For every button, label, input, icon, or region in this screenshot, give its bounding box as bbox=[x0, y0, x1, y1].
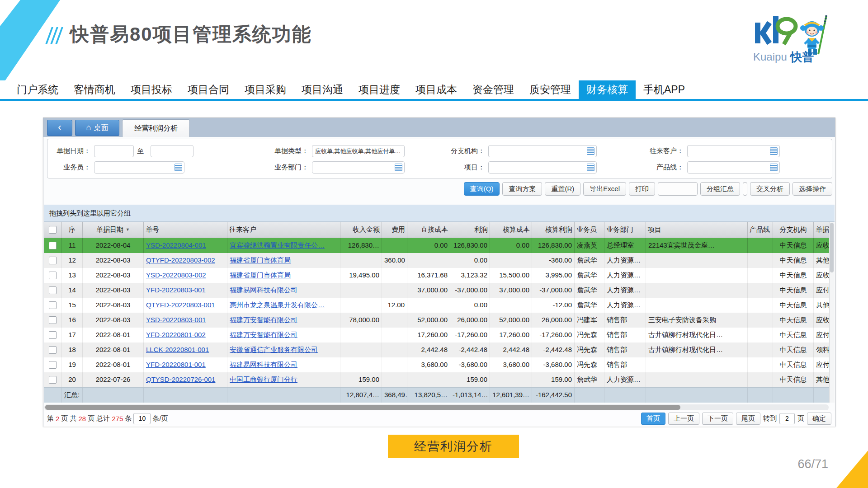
group-by-bar[interactable]: 拖拽列头到这里以用它分组 bbox=[44, 205, 835, 222]
row-checkbox[interactable] bbox=[49, 346, 57, 354]
filter-input[interactable] bbox=[687, 161, 780, 174]
col-header-profit[interactable]: 利润 bbox=[450, 222, 490, 238]
horizontal-scrollbar-thumb[interactable] bbox=[45, 405, 680, 410]
filter-input[interactable] bbox=[312, 161, 405, 174]
table-row[interactable]: 132022-08-03YSD-20220803-002福建省厦门市体育局19,… bbox=[44, 268, 830, 283]
row-checkbox[interactable] bbox=[49, 361, 57, 369]
query-plan-button[interactable]: 查询方案 bbox=[502, 182, 542, 196]
col-header-fee[interactable]: 费用 bbox=[382, 222, 407, 238]
filter-input[interactable] bbox=[312, 145, 405, 157]
table-row[interactable]: 112022-08-04YSD-20220804-001宜宾骏继洪骝置业有限责任… bbox=[44, 238, 830, 253]
list-picker-icon[interactable] bbox=[770, 147, 778, 155]
nav-item-9[interactable]: 资金管理 bbox=[465, 80, 522, 99]
customer-link[interactable]: 安徽省通信产业服务有限公司 bbox=[230, 343, 338, 357]
docno-link[interactable]: QTYSD-20220726-001 bbox=[146, 372, 225, 387]
first-page-button[interactable]: 首页 bbox=[641, 413, 665, 425]
reset-button[interactable]: 重置(R) bbox=[545, 182, 580, 196]
customer-link[interactable]: 惠州市龙之泉温泉开发有限公… bbox=[230, 298, 338, 312]
nav-item-1[interactable]: 门户系统 bbox=[9, 80, 66, 99]
list-picker-icon[interactable] bbox=[175, 164, 182, 171]
col-header-date[interactable]: 单据日期▼ bbox=[83, 222, 144, 238]
customer-link[interactable]: 福建万安智能有限公司 bbox=[230, 313, 338, 327]
customer-link[interactable]: 福建省厦门市体育局 bbox=[230, 268, 338, 282]
nav-item-3[interactable]: 项目投标 bbox=[123, 80, 180, 99]
customer-link[interactable]: 福建万安智能有限公司 bbox=[230, 328, 338, 342]
toolbar-separator[interactable] bbox=[743, 182, 747, 196]
col-header-income[interactable]: 收入金额 bbox=[340, 222, 382, 238]
table-row[interactable]: 142022-08-03YFD-20220803-001福建易网科技有限公司37… bbox=[44, 283, 830, 298]
col-header-dept[interactable]: 业务部门 bbox=[604, 222, 646, 238]
filter-input[interactable] bbox=[687, 145, 780, 157]
select-all-checkbox[interactable] bbox=[49, 226, 57, 234]
back-button[interactable]: ‹ bbox=[47, 120, 72, 136]
col-header-docno[interactable]: 单号 bbox=[144, 222, 227, 238]
table-row[interactable]: 192022-08-01YFD-20220801-001福建易网科技有限公司3,… bbox=[44, 357, 830, 372]
customer-link[interactable]: 福建省厦门市体育局 bbox=[230, 253, 338, 267]
group-summary-button[interactable]: 分组汇总 bbox=[700, 182, 740, 196]
page-size-input[interactable] bbox=[133, 413, 151, 424]
confirm-button[interactable]: 确定 bbox=[807, 413, 831, 425]
nav-item-8[interactable]: 项目成本 bbox=[408, 80, 465, 99]
row-checkbox[interactable] bbox=[49, 316, 57, 324]
customer-link[interactable]: 福建易网科技有限公司 bbox=[230, 283, 338, 297]
tab-profit-analysis[interactable]: 经营利润分析 bbox=[122, 119, 190, 137]
filter-input[interactable] bbox=[94, 145, 134, 157]
col-header-acct_cost[interactable]: 核算成本 bbox=[490, 222, 532, 238]
nav-item-12[interactable]: 手机APP bbox=[636, 80, 693, 99]
filter-input[interactable] bbox=[151, 145, 193, 157]
table-row[interactable]: 172022-08-01YFD-20220801-002福建万安智能有限公司17… bbox=[44, 328, 830, 343]
list-picker-icon[interactable] bbox=[587, 164, 594, 171]
list-picker-icon[interactable] bbox=[770, 164, 778, 171]
docno-link[interactable]: QTYFD-20220803-001 bbox=[146, 298, 225, 312]
nav-item-11[interactable]: 财务核算 bbox=[579, 80, 636, 99]
docno-link[interactable]: YSD-20220803-002 bbox=[146, 268, 225, 282]
row-checkbox[interactable] bbox=[49, 286, 57, 294]
table-row[interactable]: 122022-08-03QTYFD-20220803-002福建省厦门市体育局3… bbox=[44, 253, 830, 268]
row-checkbox[interactable] bbox=[49, 331, 57, 339]
export-excel-button[interactable]: 导出Excel bbox=[583, 182, 626, 196]
table-row[interactable]: 162022-08-03YSD-20220803-001福建万安智能有限公司78… bbox=[44, 313, 830, 328]
row-checkbox[interactable] bbox=[49, 242, 57, 249]
customer-link[interactable]: 中国工商银行厦门分行 bbox=[230, 372, 338, 387]
vertical-scrollbar-thumb[interactable] bbox=[830, 223, 834, 272]
query-button[interactable]: 查询(Q) bbox=[464, 182, 500, 196]
docno-link[interactable]: YSD-20220803-001 bbox=[146, 313, 225, 327]
goto-page-input[interactable] bbox=[779, 413, 795, 424]
tab-desktop[interactable]: ⌂桌面 bbox=[75, 120, 119, 136]
docno-link[interactable]: YFD-20220801-002 bbox=[146, 328, 225, 342]
table-row[interactable]: 182022-08-01LLCK-20220801-001安徽省通信产业服务有限… bbox=[44, 343, 830, 357]
col-header-salesman[interactable]: 业务员 bbox=[575, 222, 604, 238]
col-header-seq[interactable]: 序 bbox=[62, 222, 83, 238]
docno-link[interactable]: YFD-20220801-001 bbox=[146, 357, 225, 372]
select-operation-button[interactable]: 选择操作 bbox=[793, 182, 832, 196]
col-header-doc_type[interactable]: 单据类型 bbox=[814, 222, 830, 238]
row-checkbox[interactable] bbox=[49, 376, 57, 384]
nav-item-7[interactable]: 项目进度 bbox=[351, 80, 408, 99]
filter-input[interactable] bbox=[488, 161, 597, 174]
nav-item-4[interactable]: 项目合同 bbox=[180, 80, 237, 99]
filter-input[interactable] bbox=[94, 161, 184, 174]
toolbar-blank-input[interactable] bbox=[658, 182, 698, 196]
next-page-button[interactable]: 下一页 bbox=[702, 413, 733, 425]
header-select-all[interactable] bbox=[44, 222, 62, 238]
nav-item-10[interactable]: 质安管理 bbox=[522, 80, 579, 99]
customer-link[interactable]: 福建易网科技有限公司 bbox=[230, 357, 338, 372]
docno-link[interactable]: YSD-20220804-001 bbox=[146, 238, 225, 253]
list-picker-icon[interactable] bbox=[395, 164, 402, 171]
table-row[interactable]: 152022-08-03QTYFD-20220803-001惠州市龙之泉温泉开发… bbox=[44, 298, 830, 313]
col-header-acct_profit[interactable]: 核算利润 bbox=[532, 222, 575, 238]
nav-item-6[interactable]: 项目沟通 bbox=[294, 80, 351, 99]
cross-analysis-button[interactable]: 交叉分析 bbox=[750, 182, 790, 196]
nav-item-5[interactable]: 项目采购 bbox=[237, 80, 294, 99]
customer-link[interactable]: 宜宾骏继洪骝置业有限责任公… bbox=[230, 238, 338, 253]
nav-item-2[interactable]: 客情商机 bbox=[66, 80, 123, 99]
prev-page-button[interactable]: 上一页 bbox=[668, 413, 699, 425]
docno-link[interactable]: QTYFD-20220803-002 bbox=[146, 253, 225, 267]
table-row[interactable]: 202022-07-26QTYSD-20220726-001中国工商银行厦门分行… bbox=[44, 372, 830, 387]
list-picker-icon[interactable] bbox=[587, 147, 594, 155]
last-page-button[interactable]: 尾页 bbox=[736, 413, 760, 425]
vertical-scrollbar[interactable] bbox=[829, 222, 835, 403]
col-header-branch[interactable]: 分支机构 bbox=[773, 222, 814, 238]
print-button[interactable]: 打印 bbox=[629, 182, 655, 196]
col-header-direct_cost[interactable]: 直接成本 bbox=[407, 222, 450, 238]
